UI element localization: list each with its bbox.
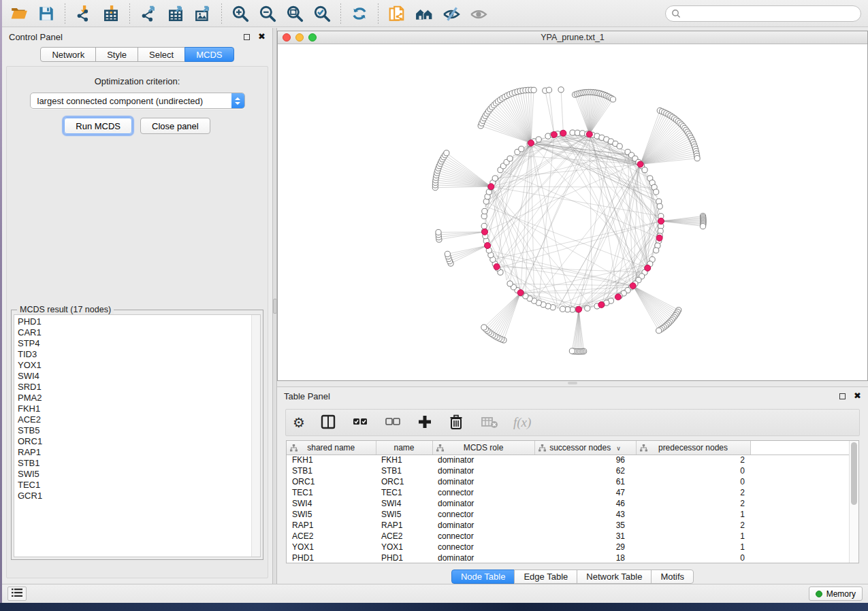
zoom-in-button[interactable] xyxy=(227,3,254,24)
table-scrollbar-thumb[interactable] xyxy=(851,442,857,505)
run-mcds-button[interactable]: Run MCDS xyxy=(64,118,132,134)
refresh-button[interactable] xyxy=(346,3,373,24)
close-table-panel-icon[interactable]: ✖ xyxy=(854,393,861,399)
duplicate-network-button[interactable] xyxy=(383,3,411,24)
cell-filler xyxy=(750,542,849,552)
column-header-successor-nodes[interactable]: successor nodes∨ xyxy=(534,441,636,455)
float-panel-icon[interactable] xyxy=(244,34,250,40)
table-settings-button[interactable]: ⚙ xyxy=(293,412,305,433)
tab-style[interactable]: Style xyxy=(95,47,138,62)
close-panel-button[interactable]: Close panel xyxy=(140,118,210,134)
table-row[interactable]: ORC1ORC1dominator610 xyxy=(287,476,849,487)
result-node-item[interactable]: STB5 xyxy=(18,425,251,436)
zoom-selected-button[interactable] xyxy=(308,3,336,24)
result-node-item[interactable]: YOX1 xyxy=(18,360,251,371)
table-row[interactable]: PHD1PHD1dominator180 xyxy=(287,552,849,563)
result-node-item[interactable]: RAP1 xyxy=(18,447,251,458)
table-row[interactable]: ACE2ACE2connector311 xyxy=(287,531,849,542)
result-node-item[interactable]: STP4 xyxy=(18,338,251,349)
result-node-item[interactable]: PMA2 xyxy=(18,393,251,403)
result-node-item[interactable]: PHD1 xyxy=(18,316,251,327)
table-row[interactable]: YOX1YOX1connector291 xyxy=(287,542,849,552)
table-row[interactable]: TEC1TEC1connector472 xyxy=(287,487,849,498)
hide-selected-button[interactable] xyxy=(438,3,465,24)
cell: PHD1 xyxy=(376,552,432,563)
table-row[interactable]: FKH1FKH1dominator962 xyxy=(287,455,849,465)
cell: STB1 xyxy=(287,465,376,476)
create-column-button[interactable] xyxy=(417,412,433,433)
tab-edge-table[interactable]: Edge Table xyxy=(514,569,577,584)
zoom-out-button[interactable] xyxy=(254,3,281,24)
import-network-button[interactable] xyxy=(70,3,97,24)
column-filler xyxy=(750,441,849,455)
cell: TEC1 xyxy=(376,487,432,498)
show-all-button[interactable] xyxy=(465,3,492,24)
export-network-button[interactable] xyxy=(135,3,162,24)
result-node-item[interactable]: STB1 xyxy=(18,458,251,469)
toolbar-separator xyxy=(129,3,130,24)
export-image-button[interactable] xyxy=(189,3,216,24)
table-row[interactable]: STB1STB1dominator620 xyxy=(287,465,849,476)
table-row[interactable]: SWI5SWI5connector431 xyxy=(287,509,849,520)
result-list-scrollbar[interactable] xyxy=(251,315,260,557)
zoom-selected-icon xyxy=(313,5,331,22)
optimization-criterion-select[interactable]: largest connected component (undirected) xyxy=(30,93,245,109)
float-table-panel-icon[interactable] xyxy=(839,393,846,399)
zoom-fit-button[interactable] xyxy=(281,3,308,24)
export-table-button[interactable] xyxy=(162,3,189,24)
open-file-button[interactable] xyxy=(5,3,33,24)
cell: SWI5 xyxy=(287,509,376,520)
select-all-rows-button[interactable] xyxy=(351,412,369,433)
result-node-item[interactable]: TID3 xyxy=(18,349,251,360)
close-panel-icon[interactable]: ✖ xyxy=(258,33,266,40)
delete-column-button[interactable] xyxy=(448,412,464,433)
result-node-item[interactable]: SWI4 xyxy=(18,371,251,382)
trash-icon xyxy=(448,414,464,432)
column-header-name[interactable]: name xyxy=(376,441,432,455)
cell: 2 xyxy=(636,498,750,509)
cell: 2 xyxy=(636,520,750,531)
cell: 0 xyxy=(636,552,750,563)
result-node-item[interactable]: GCR1 xyxy=(18,491,251,501)
tab-network-table[interactable]: Network Table xyxy=(577,569,652,584)
cell: SWI4 xyxy=(287,498,376,509)
save-session-button[interactable] xyxy=(33,3,60,24)
import-table-button[interactable] xyxy=(97,3,125,24)
table-scrollbar[interactable] xyxy=(849,441,858,563)
table-row[interactable]: SWI4SWI4dominator462 xyxy=(287,498,849,509)
tab-mcds[interactable]: MCDS xyxy=(184,47,234,62)
search-input[interactable] xyxy=(665,5,861,22)
tab-node-table[interactable]: Node Table xyxy=(451,569,515,584)
result-node-item[interactable]: FKH1 xyxy=(18,403,251,414)
cell: 18 xyxy=(534,552,636,563)
task-history-button[interactable] xyxy=(7,587,27,601)
mcds-result-list[interactable]: PHD1CAR1STP4TID3YOX1SWI4SRD1PMA2FKH1ACE2… xyxy=(14,314,261,557)
deselect-all-rows-button[interactable] xyxy=(384,412,402,433)
memory-status-icon xyxy=(816,591,822,597)
tab-network[interactable]: Network xyxy=(40,47,96,62)
show-columns-button[interactable] xyxy=(320,412,336,433)
result-node-item[interactable]: SRD1 xyxy=(18,382,251,393)
column-header-MCDS-role[interactable]: MCDS role xyxy=(432,441,534,455)
result-node-item[interactable]: SWI5 xyxy=(18,469,251,480)
result-node-item[interactable]: CAR1 xyxy=(18,327,251,338)
search-field xyxy=(665,5,861,22)
network-window-titlebar[interactable]: YPA_prune.txt_1 xyxy=(278,31,867,44)
horizontal-splitter[interactable] xyxy=(277,381,868,384)
tab-motifs[interactable]: Motifs xyxy=(651,569,694,584)
result-node-item[interactable]: ORC1 xyxy=(18,436,251,447)
tab-select[interactable]: Select xyxy=(138,47,185,62)
cell-filler xyxy=(750,498,849,509)
network-canvas[interactable] xyxy=(278,44,867,380)
toolbar-separator xyxy=(65,3,65,24)
column-header-predecessor-nodes[interactable]: predecessor nodes xyxy=(636,441,750,455)
table-row[interactable]: RAP1RAP1dominator352 xyxy=(287,520,849,531)
neighbors-button[interactable] xyxy=(411,3,438,24)
result-node-item[interactable]: TEC1 xyxy=(18,480,251,491)
cell: 31 xyxy=(534,531,636,542)
toolbar-separator xyxy=(221,3,222,24)
mcds-result-box: MCDS result (17 nodes) PHD1CAR1STP4TID3Y… xyxy=(11,310,263,560)
memory-button[interactable]: Memory xyxy=(809,587,863,601)
result-node-item[interactable]: ACE2 xyxy=(18,414,251,425)
column-header-shared-name[interactable]: shared name xyxy=(287,441,376,455)
